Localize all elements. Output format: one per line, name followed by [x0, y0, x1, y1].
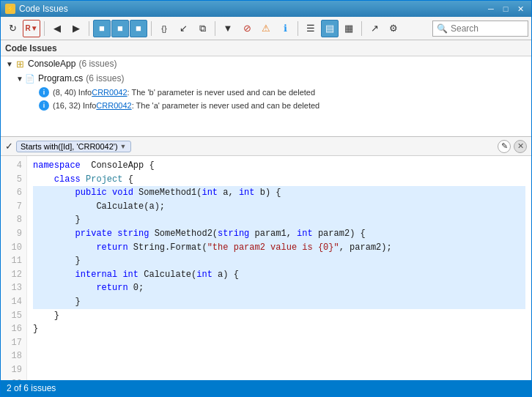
sep4	[215, 21, 215, 36]
settings-button[interactable]: ⚙	[385, 20, 402, 37]
issue-1-line: (8, 40) Info	[53, 88, 92, 97]
project-count: (6 issues)	[78, 59, 117, 69]
project-icon: ⊞	[14, 59, 26, 69]
status-bar: 2 of 6 issues	[1, 380, 531, 396]
search-input[interactable]	[451, 23, 524, 34]
sep1	[44, 21, 45, 36]
export-button[interactable]: ↗	[366, 20, 383, 37]
filter-edit-button[interactable]: ✎	[498, 140, 511, 153]
warning-button[interactable]: ⊘	[238, 20, 256, 37]
issue-2-line: (16, 32) Info	[53, 101, 96, 110]
issue-row-2[interactable]: i (16, 32) Info CRR0042 : The 'a' parame…	[1, 99, 531, 112]
filter-close-button[interactable]: ✕	[514, 140, 527, 153]
resharper-button[interactable]: R▼	[23, 20, 40, 37]
view-group: ■ ■ ■	[93, 20, 147, 37]
breadcrumb: Code Issues	[1, 40, 531, 56]
search-box: 🔍	[432, 21, 528, 37]
filter-bar: ✓ Starts with([Id], 'CRR0042') ▼ ✎ ✕	[1, 137, 531, 156]
checkmark-icon: ✓	[5, 141, 13, 152]
code-content[interactable]: namespace ConsoleApp { class Project { p…	[27, 156, 531, 380]
error-button[interactable]: ⚠	[257, 20, 275, 37]
view-btn3[interactable]: ■	[130, 20, 147, 37]
maximize-button[interactable]: □	[499, 3, 512, 15]
filter-dropdown-arrow: ▼	[120, 143, 127, 150]
next-button[interactable]: ▶	[67, 20, 85, 37]
filter-actions: ✎ ✕	[498, 140, 527, 153]
file-count: (6 issues)	[86, 73, 124, 84]
status-text: 2 of 6 issues	[7, 383, 56, 393]
info-icon-2: i	[39, 100, 49, 111]
issues-panel[interactable]: ▼ ⊞ ConsoleApp (6 issues) ▼ 📄 Program.cs…	[1, 56, 531, 137]
title-bar-left: ⚡ Code Issues	[5, 4, 68, 14]
file-icon: 📄	[24, 73, 36, 84]
code-editor[interactable]: 456789101112131415161718192021 namespace…	[1, 156, 531, 380]
filter-button[interactable]: ▼	[219, 20, 237, 37]
issue-2-code[interactable]: CRR0042	[96, 101, 131, 110]
toolbar: ↻ R▼ ◀ ▶ ■ ■ ■ {} ↙ ⧉ ▼ ⊘ ⚠ ℹ ☰ ▤ ▦ ↗ ⚙ …	[1, 17, 531, 40]
main-window: ⚡ Code Issues ─ □ ✕ ↻ R▼ ◀ ▶ ■ ■ ■ {} ↙ …	[0, 0, 532, 397]
refresh-button[interactable]: ↻	[4, 20, 21, 37]
issue-2-msg: : The 'a' parameter is never used and ca…	[132, 101, 320, 110]
sep3	[151, 21, 152, 36]
search-icon: 🔍	[437, 23, 448, 34]
list2-button[interactable]: ▤	[321, 20, 339, 37]
list1-button[interactable]: ☰	[302, 20, 319, 37]
copy-button[interactable]: ⧉	[193, 20, 211, 37]
expand-icon[interactable]: ▼	[5, 59, 14, 68]
line-numbers: 456789101112131415161718192021	[1, 156, 27, 380]
sep5	[298, 21, 298, 36]
import-button[interactable]: ↙	[174, 20, 192, 37]
issue-1-code[interactable]: CRR0042	[92, 88, 127, 97]
title-bar-controls: ─ □ ✕	[484, 3, 527, 15]
list3-button[interactable]: ▦	[340, 20, 358, 37]
filter-pill[interactable]: Starts with([Id], 'CRR0042') ▼	[16, 141, 131, 152]
info-button[interactable]: ℹ	[276, 20, 294, 37]
filter-label: Starts with([Id], 'CRR0042')	[21, 142, 118, 151]
issue-1-msg: : The 'b' parameter is never used and ca…	[128, 88, 316, 97]
window-title: Code Issues	[19, 4, 68, 14]
file-expand-icon[interactable]: ▼	[15, 74, 24, 83]
braces-button[interactable]: {}	[155, 20, 173, 37]
view-btn1[interactable]: ■	[93, 20, 111, 37]
view-btn2[interactable]: ■	[111, 20, 129, 37]
file-row[interactable]: ▼ 📄 Program.cs (6 issues)	[1, 71, 531, 86]
minimize-button[interactable]: ─	[484, 3, 498, 15]
project-name: ConsoleApp	[28, 59, 75, 69]
sep2	[89, 21, 89, 36]
title-bar: ⚡ Code Issues ─ □ ✕	[1, 1, 531, 17]
issue-row-1[interactable]: i (8, 40) Info CRR0042 : The 'b' paramet…	[1, 86, 531, 99]
window-icon: ⚡	[5, 4, 15, 14]
close-button[interactable]: ✕	[514, 3, 527, 15]
file-name: Program.cs	[38, 73, 83, 84]
sep6	[361, 21, 362, 36]
info-icon-1: i	[39, 87, 49, 97]
project-row[interactable]: ▼ ⊞ ConsoleApp (6 issues)	[1, 56, 531, 71]
prev-button[interactable]: ◀	[48, 20, 66, 37]
code-area: 456789101112131415161718192021 namespace…	[1, 156, 531, 380]
